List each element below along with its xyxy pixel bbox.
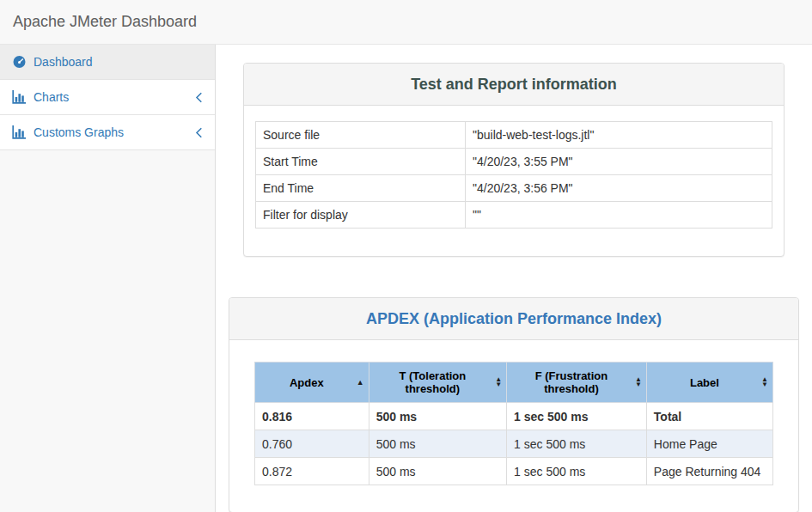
table-row: 0.816 500 ms 1 sec 500 ms Total (255, 403, 773, 430)
apdex-value-cell: 0.760 (255, 430, 369, 458)
sidebar-item-charts[interactable]: Charts (0, 80, 215, 115)
column-header-label: F (Frustration threshold) (535, 369, 608, 395)
column-header-toleration[interactable]: T (Toleration threshold) ▲▼ (369, 363, 506, 403)
apdex-body: Apdex ▲ T (Toleration threshold) ▲▼ F (F… (229, 340, 798, 512)
info-row-value: "build-web-test-logs.jtl" (466, 122, 772, 149)
apdex-value-cell: 0.872 (255, 458, 369, 485)
apdex-table: Apdex ▲ T (Toleration threshold) ▲▼ F (F… (254, 362, 773, 485)
info-row-label: Start Time (256, 149, 466, 175)
column-header-label: Apdex (290, 376, 324, 389)
test-report-info-heading: Test and Report information (244, 64, 784, 106)
info-row-value: "" (466, 202, 772, 229)
table-row: Filter for display "" (256, 202, 772, 229)
sidebar-item-dashboard[interactable]: Dashboard (0, 45, 215, 80)
table-row: Start Time "4/20/23, 3:55 PM" (256, 149, 772, 175)
column-header-label-col[interactable]: Label ▲▼ (646, 363, 772, 403)
toleration-cell: 500 ms (369, 403, 506, 430)
column-header-apdex[interactable]: Apdex ▲ (255, 363, 369, 403)
sidebar-item-label: Customs Graphs (34, 125, 195, 139)
chevron-left-icon (195, 92, 203, 103)
bar-chart-icon (12, 125, 27, 139)
apdex-heading: APDEX (Application Performance Index) (229, 298, 798, 340)
column-header-label: Label (690, 376, 719, 389)
label-cell: Page Returning 404 (646, 458, 772, 485)
main-content: Test and Report information Source file … (216, 45, 812, 512)
table-row: Source file "build-web-test-logs.jtl" (256, 122, 772, 149)
test-report-info-title: Test and Report information (257, 75, 771, 94)
sort-asc-icon: ▲ (357, 379, 364, 387)
info-row-value: "4/20/23, 3:56 PM" (466, 175, 772, 202)
sidebar-item-label: Charts (34, 90, 195, 104)
frustration-cell: 1 sec 500 ms (507, 403, 647, 430)
sidebar-item-label: Dashboard (34, 55, 203, 69)
toleration-cell: 500 ms (369, 430, 506, 458)
chevron-left-icon (195, 127, 203, 138)
info-row-label: Source file (256, 122, 466, 149)
test-report-info-body: Source file "build-web-test-logs.jtl" St… (244, 106, 784, 256)
sort-both-icon: ▲▼ (635, 377, 642, 387)
label-cell: Total (646, 403, 772, 430)
table-row: 0.872 500 ms 1 sec 500 ms Page Returning… (255, 458, 773, 485)
sort-both-icon: ▲▼ (761, 377, 768, 387)
toleration-cell: 500 ms (369, 458, 506, 485)
sidebar: Dashboard Charts (0, 45, 216, 512)
apdex-panel: APDEX (Application Performance Index) Ap… (229, 297, 799, 512)
main-layout: Dashboard Charts (0, 45, 812, 512)
column-header-frustration[interactable]: F (Frustration threshold) ▲▼ (507, 363, 647, 403)
sidebar-item-customs-graphs[interactable]: Customs Graphs (0, 115, 215, 150)
table-row: 0.760 500 ms 1 sec 500 ms Home Page (255, 430, 773, 458)
info-row-label: End Time (256, 175, 466, 202)
dashboard-gauge-icon (12, 55, 27, 69)
test-report-info-table: Source file "build-web-test-logs.jtl" St… (255, 121, 772, 229)
table-row: End Time "4/20/23, 3:56 PM" (256, 175, 772, 202)
test-report-info-panel: Test and Report information Source file … (243, 63, 785, 257)
bar-chart-icon (12, 90, 27, 104)
sort-both-icon: ▲▼ (495, 377, 502, 387)
info-row-value: "4/20/23, 3:55 PM" (466, 149, 772, 175)
app-title[interactable]: Apache JMeter Dashboard (13, 13, 197, 31)
top-navbar: Apache JMeter Dashboard (0, 0, 812, 45)
apdex-header-row: Apdex ▲ T (Toleration threshold) ▲▼ F (F… (255, 363, 773, 403)
frustration-cell: 1 sec 500 ms (507, 430, 647, 458)
apdex-title: APDEX (Application Performance Index) (242, 309, 785, 328)
column-header-label: T (Toleration threshold) (399, 369, 466, 395)
info-row-label: Filter for display (256, 202, 466, 229)
label-cell: Home Page (646, 430, 772, 458)
apdex-value-cell: 0.816 (255, 403, 369, 430)
frustration-cell: 1 sec 500 ms (507, 458, 647, 485)
